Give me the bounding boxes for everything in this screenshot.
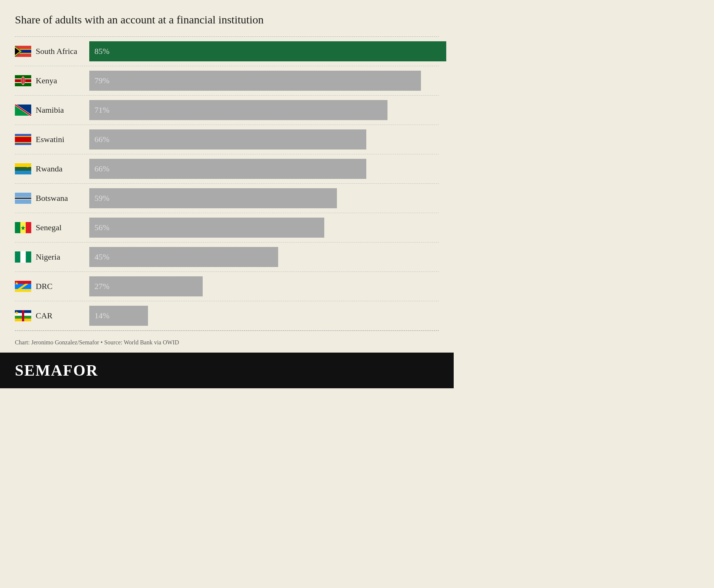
svg-point-44	[26, 164, 29, 167]
bar-row-rwanda: Rwanda66%	[15, 154, 439, 184]
country-name-rwanda: Rwanda	[36, 164, 62, 174]
bar-car: 14%	[89, 306, 148, 326]
country-label-drc: DRC	[15, 281, 89, 292]
country-name-car: CAR	[36, 311, 52, 321]
svg-rect-54	[26, 251, 31, 263]
flag-car	[15, 310, 31, 321]
bar-pct-car: 14%	[94, 311, 109, 321]
country-name-botswana: Botswana	[36, 193, 68, 203]
bar-eswatini: 66%	[89, 129, 366, 150]
svg-rect-65	[22, 310, 24, 321]
country-label-car: CAR	[15, 310, 89, 321]
country-label-botswana: Botswana	[15, 193, 89, 204]
country-label-senegal: Senegal	[15, 222, 89, 233]
bar-senegal: 56%	[89, 218, 324, 238]
bar-south-africa: 85%	[89, 41, 446, 61]
country-label-namibia: Namibia	[15, 105, 89, 116]
svg-rect-43	[15, 171, 31, 174]
bar-area-namibia: 71%	[89, 100, 439, 120]
bar-pct-nigeria: 45%	[94, 252, 109, 262]
bar-pct-drc: 27%	[94, 282, 109, 291]
country-name-nigeria: Nigeria	[36, 252, 60, 262]
bar-row-kenya: Kenya79%	[15, 66, 439, 96]
country-name-senegal: Senegal	[36, 223, 62, 232]
bar-row-nigeria: Nigeria45%	[15, 242, 439, 272]
bar-nigeria: 45%	[89, 247, 278, 267]
chart-title: Share of adults with an account at a fin…	[15, 13, 439, 26]
svg-rect-36	[15, 136, 31, 137]
bar-area-eswatini: 66%	[89, 129, 439, 150]
bar-row-senegal: Senegal56%	[15, 213, 439, 242]
flag-namibia	[15, 105, 31, 116]
bar-area-kenya: 79%	[89, 71, 439, 91]
bar-row-eswatini: Eswatini66%	[15, 125, 439, 154]
country-label-nigeria: Nigeria	[15, 251, 89, 263]
bar-drc: 27%	[89, 276, 203, 296]
bar-pct-senegal: 56%	[94, 223, 109, 232]
bar-area-south-africa: 85%	[89, 41, 446, 61]
bar-rows: South Africa85% Kenya79%	[15, 37, 439, 331]
bar-pct-namibia: 71%	[94, 105, 109, 115]
svg-rect-37	[15, 137, 31, 142]
bar-pct-botswana: 59%	[94, 193, 109, 203]
country-name-namibia: Namibia	[36, 105, 64, 115]
svg-rect-47	[15, 198, 31, 199]
bar-pct-eswatini: 66%	[94, 135, 109, 144]
svg-rect-42	[15, 167, 31, 171]
footer: SEMAFOR	[0, 353, 454, 388]
country-label-rwanda: Rwanda	[15, 163, 89, 174]
svg-rect-50	[26, 222, 31, 233]
flag-rwanda	[15, 163, 31, 174]
svg-rect-53	[15, 251, 20, 263]
flag-drc	[15, 281, 31, 292]
bar-row-botswana: Botswana59%	[15, 184, 439, 213]
svg-rect-39	[15, 143, 31, 145]
bar-row-drc: DRC27%	[15, 272, 439, 301]
bar-area-car: 14%	[89, 306, 439, 326]
flag-nigeria	[15, 251, 31, 263]
chart-container: Share of adults with an account at a fin…	[0, 0, 454, 353]
bar-area-rwanda: 66%	[89, 159, 439, 179]
bar-botswana: 59%	[89, 188, 337, 208]
bar-namibia: 71%	[89, 100, 387, 120]
flag-south-africa	[15, 46, 31, 57]
bar-row-car: CAR14%	[15, 301, 439, 331]
bar-rwanda: 66%	[89, 159, 366, 179]
bar-row-namibia: Namibia71%	[15, 96, 439, 125]
svg-rect-58	[15, 289, 31, 292]
bar-pct-south-africa: 85%	[94, 46, 109, 56]
country-label-eswatini: Eswatini	[15, 134, 89, 145]
bar-area-drc: 27%	[89, 276, 439, 296]
country-label-south-africa: South Africa	[15, 46, 89, 57]
footer-logo: SEMAFOR	[15, 362, 439, 379]
svg-rect-35	[15, 134, 31, 136]
bar-row-south-africa: South Africa85%	[15, 37, 439, 66]
bar-kenya: 79%	[89, 71, 421, 91]
bar-pct-rwanda: 66%	[94, 164, 109, 174]
country-name-drc: DRC	[36, 282, 52, 291]
bar-area-botswana: 59%	[89, 188, 439, 208]
flag-senegal	[15, 222, 31, 233]
flag-botswana	[15, 193, 31, 204]
bar-pct-kenya: 79%	[94, 76, 109, 86]
flag-eswatini	[15, 134, 31, 145]
svg-rect-38	[15, 142, 31, 143]
country-name-south-africa: South Africa	[36, 46, 77, 56]
source-text: Chart: Jeronimo Gonzalez/Semafor • Sourc…	[15, 331, 439, 353]
country-name-eswatini: Eswatini	[36, 135, 64, 144]
bar-area-senegal: 56%	[89, 218, 439, 238]
bar-area-nigeria: 45%	[89, 247, 439, 267]
country-label-kenya: Kenya	[15, 75, 89, 86]
country-name-kenya: Kenya	[36, 76, 57, 86]
flag-kenya	[15, 75, 31, 86]
